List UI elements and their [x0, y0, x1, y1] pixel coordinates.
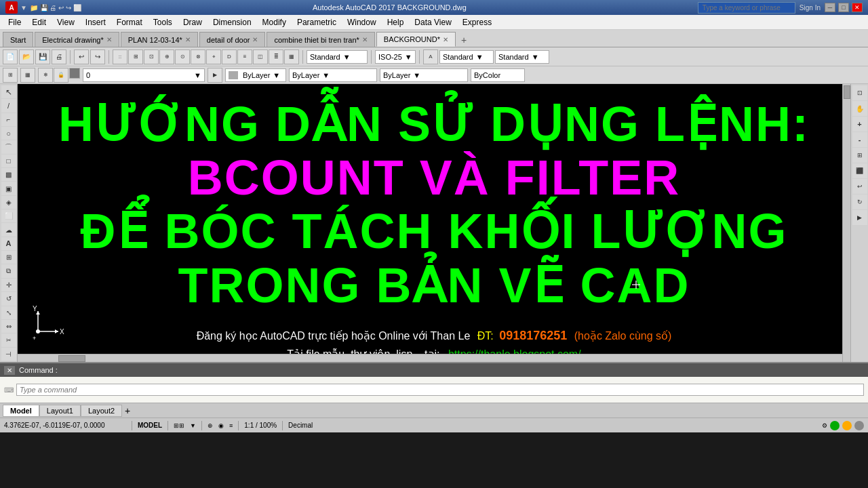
horizontal-scrollbar[interactable] — [18, 354, 842, 362]
tab-model[interactable]: Model — [3, 405, 39, 417]
annotation-scale-dropdown[interactable]: ISO-25▼ — [375, 50, 416, 64]
selection-button[interactable]: ▦ — [284, 49, 299, 64]
menu-edit[interactable]: Edit — [26, 15, 52, 29]
trim-tool[interactable]: ✂ — [1, 333, 16, 346]
close-tab-electrical[interactable]: ✕ — [106, 36, 112, 43]
units-display[interactable]: Decimal — [288, 422, 313, 429]
osnap-button[interactable]: ⊙ — [175, 49, 190, 64]
open-file-button[interactable]: 📂 — [19, 49, 34, 64]
linewt-status[interactable]: ≡ — [229, 422, 233, 429]
freeze-layer-button[interactable]: ❄ — [38, 68, 53, 83]
minimize-button[interactable]: ─ — [825, 3, 835, 12]
revision-cloud-tool[interactable]: ☁ — [1, 223, 16, 236]
close-tab-background[interactable]: ✕ — [443, 36, 448, 43]
draw-polyline-tool[interactable]: ⌐ — [1, 113, 16, 126]
showmotion-button[interactable]: ▶ — [852, 210, 867, 225]
close-button[interactable]: ✕ — [852, 3, 863, 12]
menu-view[interactable]: View — [52, 15, 80, 29]
text-tool[interactable]: A — [1, 237, 16, 250]
view-controls-button[interactable]: ⊡ — [852, 85, 867, 100]
region-tool[interactable]: ◈ — [1, 196, 16, 209]
grid-display-button[interactable]: ⊞⊞ — [174, 422, 184, 429]
layer-color-button[interactable] — [69, 68, 80, 79]
lock-layer-button[interactable]: 🔒 — [54, 68, 68, 83]
qprops-button[interactable]: ≣ — [269, 49, 283, 64]
draw-arc-tool[interactable]: ⌒ — [1, 140, 16, 153]
ducs-button[interactable]: ⌖ — [206, 49, 221, 64]
draw-line-tool[interactable]: / — [1, 99, 16, 112]
annotation-visibility-button[interactable]: A — [423, 49, 438, 64]
menu-insert[interactable]: Insert — [80, 15, 111, 29]
color-dropdown[interactable]: ByLayer▼ — [225, 68, 286, 82]
snap-mode-button[interactable]: ▼ — [190, 422, 196, 429]
move-tool[interactable]: ✛ — [1, 279, 16, 291]
insert-block-tool[interactable]: ⊞ — [1, 251, 16, 264]
menu-parametric[interactable]: Parametric — [292, 15, 342, 29]
plotstyle-dropdown[interactable]: ByColor — [471, 68, 525, 82]
lineweight-button[interactable]: ≡ — [237, 49, 252, 64]
undo-button[interactable]: ↩ — [74, 49, 89, 64]
layer-state-button[interactable]: ▦ — [20, 68, 35, 83]
tab-background[interactable]: BACKGROUND* ✕ — [376, 32, 456, 47]
pan-button[interactable]: ✋ — [852, 101, 867, 116]
command-input[interactable] — [16, 384, 864, 396]
zoom-window-button[interactable]: ⬛ — [852, 163, 867, 178]
menu-window[interactable]: Window — [342, 15, 382, 29]
scale-tool[interactable]: ⤡ — [1, 306, 16, 319]
3d-orbit-button[interactable]: ↻ — [852, 195, 867, 209]
rotate-tool[interactable]: ↺ — [1, 292, 16, 305]
linetype-dropdown[interactable]: ByLayer▼ — [289, 68, 377, 82]
text-style-dropdown[interactable]: Standard▼ — [439, 50, 494, 64]
annotation-scale[interactable]: 1:1 / 100% — [244, 422, 277, 429]
snap-grid-button[interactable]: :: — [113, 49, 127, 64]
draw-circle-tool[interactable]: ○ — [1, 127, 16, 140]
plot-button[interactable]: 🖨 — [52, 49, 66, 64]
workspace-settings[interactable]: ⚙ — [822, 422, 827, 429]
menu-file[interactable]: File — [3, 15, 26, 29]
tab-plan[interactable]: PLAN 12-03-14* ✕ — [121, 32, 198, 47]
sign-in-button[interactable]: Sign In — [800, 4, 821, 12]
redo-button[interactable]: ↪ — [90, 49, 105, 64]
stretch-tool[interactable]: ⇔ — [1, 320, 16, 333]
add-layout-button[interactable]: + — [122, 405, 133, 416]
zoom-in-button[interactable]: + — [852, 117, 867, 131]
tab-layout2[interactable]: Layout2 — [81, 405, 122, 417]
draw-rect-tool[interactable]: □ — [1, 155, 16, 167]
gradient-tool[interactable]: ▣ — [1, 182, 16, 195]
osnap-status[interactable]: ⊕ — [208, 422, 213, 429]
tab-layout1[interactable]: Layout1 — [39, 405, 81, 417]
tab-electrical[interactable]: Electrical drawing* ✕ — [35, 32, 119, 47]
maximize-button[interactable]: □ — [838, 3, 849, 12]
transparency-button[interactable]: ◫ — [253, 49, 268, 64]
menu-dataview[interactable]: Data View — [409, 15, 456, 29]
close-tab-plan[interactable]: ✕ — [185, 36, 191, 43]
close-tab-door[interactable]: ✕ — [252, 36, 258, 43]
polar-button[interactable]: ⊕ — [159, 49, 174, 64]
wipeout-tool[interactable]: ⬜ — [1, 209, 16, 222]
workspace-dropdown[interactable]: Standard▼ — [307, 50, 368, 64]
zoom-out-button[interactable]: - — [852, 132, 867, 147]
polar-status[interactable]: ◉ — [218, 422, 224, 429]
tab-combine[interactable]: combine thiet bi tren tran* ✕ — [267, 32, 374, 47]
add-tab-button[interactable]: + — [457, 33, 471, 47]
snap-button[interactable]: ⊞ — [128, 49, 143, 64]
menu-tools[interactable]: Tools — [148, 15, 178, 29]
keyword-search[interactable] — [703, 4, 791, 12]
menu-dimension[interactable]: Dimension — [208, 15, 257, 29]
new-file-button[interactable]: 📄 — [3, 49, 18, 64]
copy-tool[interactable]: ⧉ — [1, 264, 16, 277]
tab-door[interactable]: detail of door ✕ — [199, 32, 266, 47]
vertical-scrollbar[interactable] — [842, 84, 850, 362]
otrack-button[interactable]: ⊗ — [191, 49, 205, 64]
menu-modify[interactable]: Modify — [257, 15, 292, 29]
window-controls[interactable]: ─ □ ✕ — [825, 3, 863, 12]
extend-tool[interactable]: ⊣ — [1, 348, 16, 361]
layer-dropdown[interactable]: 0 ▼ — [83, 68, 205, 82]
dynmode-button[interactable]: D — [222, 49, 237, 64]
canvas-area[interactable]: HƯỚNG DẪN SỬ DỤNG LỆNH: BCOUNT VÀ FILTER… — [18, 84, 850, 362]
lineweight-dropdown[interactable]: ByLayer▼ — [380, 68, 468, 82]
close-tab-combine[interactable]: ✕ — [362, 36, 368, 43]
tab-start[interactable]: Start — [3, 32, 33, 47]
color-manage-button[interactable]: ▶ — [208, 68, 222, 83]
menu-draw[interactable]: Draw — [178, 15, 208, 29]
